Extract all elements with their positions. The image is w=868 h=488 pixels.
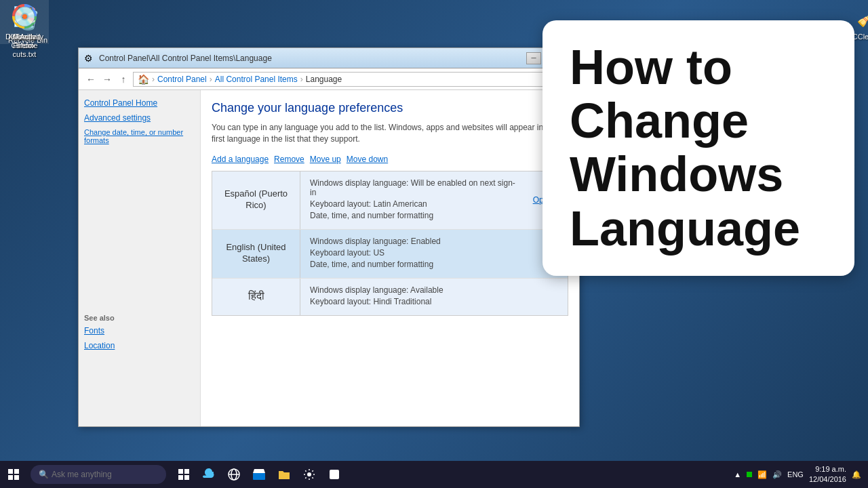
back-button[interactable]: ← <box>84 73 98 86</box>
lang-detail-1-1: Keyboard layout: US <box>310 248 545 258</box>
move-down-button[interactable]: Move down <box>347 155 388 164</box>
search-input[interactable] <box>52 470 153 479</box>
sidebar: Control Panel Home Advanced settings Cha… <box>79 90 201 426</box>
up-button[interactable]: ↑ <box>117 73 130 86</box>
volume-icon[interactable]: 🔊 <box>772 470 782 479</box>
sidebar-datetime-link[interactable]: Change date, time, or number formats <box>84 128 195 144</box>
lang-detail-0-2: Date, time, and number formatting <box>310 211 517 220</box>
language-item-0[interactable]: Español (Puerto Rico) Windows display la… <box>212 171 568 230</box>
time-display: 9:19 a.m. <box>809 464 846 474</box>
lang-details-english: Windows display language: Enabled Keyboa… <box>300 230 554 278</box>
taskbar: 🔍 ▲ <box>0 461 868 488</box>
svg-rect-3 <box>184 475 189 480</box>
minimize-button[interactable]: ─ <box>526 52 541 64</box>
lang-detail-1-0: Windows display language: Enabled <box>310 237 545 246</box>
lang-detail-1-2: Date, time, and number formatting <box>310 260 545 269</box>
window-title-text: Control Panel\All Control Panel Items\La… <box>99 54 526 63</box>
remove-language-button[interactable]: Remove <box>274 155 304 164</box>
wifi-icon: 📶 <box>757 470 767 479</box>
settings-taskbar-icon[interactable] <box>298 461 320 488</box>
system-time: 9:19 a.m. 12/04/2016 <box>809 464 846 485</box>
add-language-button[interactable]: Add a language <box>212 155 269 164</box>
window-body: Control Panel Home Advanced settings Cha… <box>79 90 579 426</box>
search-bar[interactable]: 🔍 <box>31 465 166 484</box>
lang-detail-2-0: Windows display language: Available <box>310 285 545 295</box>
path-all-items: All Control Panel Items <box>215 75 298 84</box>
sidebar-fonts-link[interactable]: Fonts <box>84 326 195 336</box>
sidebar-advanced-link[interactable]: Advanced settings <box>84 113 195 123</box>
store-icon[interactable] <box>248 461 270 488</box>
disk-activity-image: 💿 <box>11 3 38 30</box>
lang-name-hindi: हिंदी <box>212 279 300 315</box>
language-list: Español (Puerto Rico) Windows display la… <box>212 171 568 316</box>
language-indicator: ENG <box>787 470 804 479</box>
network-icon <box>747 472 752 477</box>
lang-details-hindi: Windows display language: Available Keyb… <box>300 279 554 315</box>
sidebar-home-link[interactable]: Control Panel Home <box>84 98 195 108</box>
search-icon: 🔍 <box>39 470 49 479</box>
edge-icon[interactable] <box>198 461 220 488</box>
svg-rect-1 <box>184 469 189 474</box>
page-title: Change your language preferences <box>212 101 568 115</box>
svg-point-8 <box>307 472 311 476</box>
overlay-heading: How to Change Windows Language <box>570 41 827 256</box>
language-actions: Add a language Remove Move up Move down <box>212 155 568 164</box>
path-language: Language <box>306 75 342 84</box>
path-home-icon: 🏠 <box>138 74 149 85</box>
lang-details-espanol: Windows display language: Will be enable… <box>300 171 526 229</box>
see-also-label: See also <box>84 314 195 322</box>
ie-icon[interactable] <box>223 461 245 488</box>
svg-rect-2 <box>178 475 183 480</box>
svg-rect-7 <box>253 473 265 480</box>
window-titlebar: ⚙ Control Panel\All Control Panel Items\… <box>79 48 579 68</box>
disk-activity-label: DiskActivity <box>5 33 43 41</box>
lang-options-hindi <box>554 279 568 315</box>
path-control-panel: Control Panel <box>157 75 207 84</box>
sidebar-location-link[interactable]: Location <box>84 341 195 350</box>
control-panel-window: ⚙ Control Panel\All Control Panel Items\… <box>78 47 580 427</box>
address-path[interactable]: 🏠 › Control Panel › All Control Panel It… <box>133 72 552 87</box>
forward-button[interactable]: → <box>100 73 114 86</box>
start-icon <box>8 469 19 480</box>
tray-chevron[interactable]: ▲ <box>734 470 741 479</box>
unknown-icon[interactable] <box>323 461 345 488</box>
system-tray: ▲ 📶 🔊 ENG 9:19 a.m. 12/04/2016 🔔 <box>734 464 868 485</box>
main-content: Change your language preferences You can… <box>201 90 579 426</box>
desktop: 🗑️ Recycle Bin 📝 Keyboard Short cuts.txt… <box>0 0 868 488</box>
lang-detail-0-0: Windows display language: Will be enable… <box>310 178 517 197</box>
explorer-icon[interactable] <box>273 461 295 488</box>
svg-rect-0 <box>178 469 183 474</box>
notification-icon[interactable]: 🔔 <box>852 470 861 479</box>
lang-detail-0-1: Keyboard layout: Latin American <box>310 199 517 209</box>
taskbar-icons <box>173 461 345 488</box>
address-bar: ← → ↑ 🏠 › Control Panel › All Control Pa… <box>79 68 579 90</box>
task-view-icon[interactable] <box>173 461 195 488</box>
language-item-2[interactable]: हिंदी Windows display language: Availabl… <box>212 279 568 315</box>
start-button[interactable] <box>0 461 27 488</box>
lang-detail-2-1: Keyboard layout: Hindi Traditional <box>310 297 545 306</box>
desktop-icons-left: 🗑️ Recycle Bin 📝 Keyboard Short cuts.txt… <box>0 0 49 44</box>
window-title-icon: ⚙ <box>84 53 95 64</box>
disk-activity-icon[interactable]: 💿 DiskActivity <box>0 0 49 44</box>
lang-name-espanol: Español (Puerto Rico) <box>212 171 300 229</box>
svg-rect-9 <box>330 470 339 479</box>
language-item-1[interactable]: English (United States) Windows display … <box>212 230 568 279</box>
overlay-text-box: How to Change Windows Language <box>542 20 854 276</box>
lang-name-english: English (United States) <box>212 230 300 278</box>
page-description: You can type in any language you add to … <box>212 122 568 145</box>
date-display: 12/04/2016 <box>809 474 846 485</box>
move-up-button[interactable]: Move up <box>310 155 341 164</box>
